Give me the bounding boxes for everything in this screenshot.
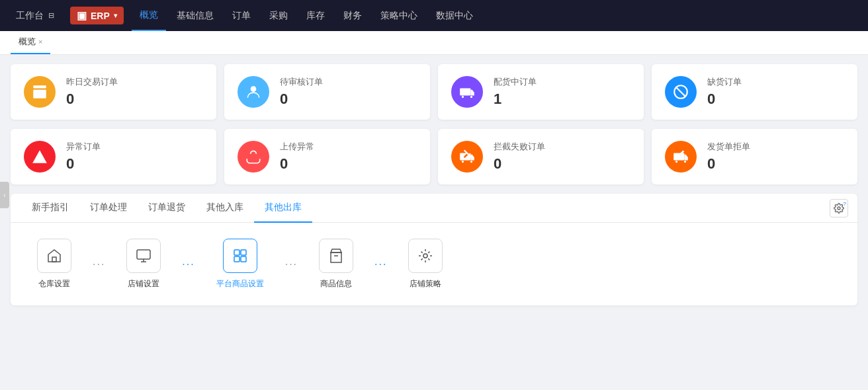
stat-info-intercept: 拦截失败订单 0 <box>494 141 545 173</box>
main-content: 昨日交易订单 0 待审核订单 0 配货中订单 1 <box>0 55 868 390</box>
svg-rect-22 <box>137 250 150 259</box>
svg-point-5 <box>462 96 464 98</box>
subtab-label-guide: 新手指引 <box>32 202 69 212</box>
stat-info-rejected: 发货单拒单 0 <box>707 141 750 173</box>
shortcut-icon-strategy <box>408 239 443 273</box>
subtab-order-process[interactable]: 订单处理 <box>79 194 138 223</box>
nav-item-orders[interactable]: 订单 <box>224 0 259 31</box>
svg-rect-21 <box>52 257 56 262</box>
stat-label-out-of-stock: 缺货订单 <box>707 76 742 88</box>
stat-value-shipping: 1 <box>494 91 537 108</box>
svg-point-3 <box>251 86 257 92</box>
stat-label-yesterday: 昨日交易订单 <box>66 76 118 88</box>
svg-rect-26 <box>241 256 246 262</box>
nav-label-base-info: 基础信息 <box>177 10 214 22</box>
shortcut-product-info[interactable]: 商品信息 <box>319 239 353 290</box>
stat-icon-yesterday <box>24 76 56 108</box>
nav-label-finance: 财务 <box>343 10 362 22</box>
shortcut-dots-4[interactable]: ··· <box>374 258 387 270</box>
erp-brand[interactable]: ▣ ERP ▾ <box>70 7 124 24</box>
sidebar-collapse-handle[interactable]: ‹ <box>0 182 9 208</box>
nav-label-data: 数据中心 <box>436 10 473 22</box>
subtab-guide[interactable]: 新手指引 <box>21 194 79 223</box>
stat-card-pending-review[interactable]: 待审核订单 0 <box>224 64 430 120</box>
shortcut-label-store: 店铺设置 <box>128 278 159 290</box>
stat-icon-pending <box>238 76 269 108</box>
subtab-order-return[interactable]: 订单退货 <box>138 194 196 223</box>
svg-point-27 <box>423 254 427 258</box>
subtab-label-order-process: 订单处理 <box>90 202 127 212</box>
tab-label: 概览 <box>19 36 36 48</box>
erp-dropdown-icon: ▾ <box>114 12 117 19</box>
workbench-icon: ⊟ <box>48 11 54 20</box>
shortcut-label-product: 商品信息 <box>320 278 352 290</box>
svg-rect-4 <box>460 89 470 96</box>
stat-info-shipping: 配货中订单 1 <box>494 76 537 108</box>
shortcut-dots-2[interactable]: ··· <box>182 258 195 270</box>
tab-overview[interactable]: 概览 × <box>11 36 50 54</box>
stat-card-abnormal[interactable]: 异常订单 0 <box>11 129 216 184</box>
shortcut-dots-3[interactable]: ··· <box>285 258 298 270</box>
subtab-other-out[interactable]: 其他出库 <box>254 194 312 223</box>
svg-rect-24 <box>241 250 246 255</box>
svg-rect-2 <box>36 92 39 93</box>
stat-label-shipping: 配货中订单 <box>494 76 537 88</box>
stat-info-out-of-stock: 缺货订单 0 <box>707 76 742 108</box>
stat-label-intercept: 拦截失败订单 <box>494 141 545 153</box>
nav-item-finance[interactable]: 财务 <box>335 0 370 31</box>
svg-point-6 <box>470 96 472 98</box>
svg-rect-9 <box>39 155 40 159</box>
stat-card-rejected[interactable]: 发货单拒单 0 <box>652 129 857 184</box>
shortcut-label-platform: 平台商品设置 <box>216 278 264 290</box>
stat-card-intercept-fail[interactable]: 拦截失败订单 0 <box>438 129 644 184</box>
workbench-label: 工作台 <box>16 10 44 22</box>
shortcut-label-warehouse: 仓库设置 <box>38 278 70 290</box>
shortcut-dots-1[interactable]: ··· <box>93 258 105 270</box>
stat-card-shipping[interactable]: 配货中订单 1 <box>438 64 644 120</box>
stat-card-upload-error[interactable]: 上传异常 0 <box>224 129 430 184</box>
tabbar: 概览 × <box>0 31 868 55</box>
stat-info-pending: 待审核订单 0 <box>280 76 323 108</box>
nav-item-strategy[interactable]: 策略中心 <box>372 0 425 31</box>
svg-point-12 <box>462 161 464 163</box>
subtab-settings-question: ? <box>844 201 846 207</box>
nav-item-purchase[interactable]: 采购 <box>261 0 296 31</box>
stats-grid-row1: 昨日交易订单 0 待审核订单 0 配货中订单 1 <box>11 64 857 120</box>
shortcut-icon-platform <box>223 239 257 273</box>
stat-value-yesterday: 0 <box>66 91 118 108</box>
shortcut-icon-product <box>319 239 353 273</box>
nav-label-strategy: 策略中心 <box>380 10 417 22</box>
stat-icon-intercept <box>451 141 483 173</box>
stat-card-yesterday-orders[interactable]: 昨日交易订单 0 <box>11 64 216 120</box>
nav-label-purchase: 采购 <box>269 10 288 22</box>
shortcut-store-settings[interactable]: 店铺设置 <box>126 239 161 290</box>
shortcut-icon-store <box>126 239 161 273</box>
stat-value-rejected: 0 <box>707 155 750 173</box>
stats-grid-row2: 异常订单 0 上传异常 0 拦截失败订单 0 <box>11 129 857 184</box>
shortcut-store-strategy[interactable]: 店铺策略 <box>408 239 443 290</box>
erp-logo-icon: ▣ <box>77 9 87 22</box>
nav-item-inventory[interactable]: 库存 <box>298 0 333 31</box>
shortcut-icon-warehouse <box>37 239 71 273</box>
shortcuts-container: 仓库设置 ··· 店铺设置 ··· <box>11 223 857 305</box>
shortcut-platform-product[interactable]: 平台商品设置 <box>216 239 264 290</box>
nav-item-base-info[interactable]: 基础信息 <box>169 0 222 31</box>
workbench-nav-item[interactable]: 工作台 ⊟ <box>8 0 62 31</box>
stat-value-upload-error: 0 <box>280 155 314 173</box>
svg-rect-10 <box>39 159 40 161</box>
nav-item-data[interactable]: 数据中心 <box>428 0 481 31</box>
stat-card-out-of-stock[interactable]: 缺货订单 0 <box>652 64 857 120</box>
subtab-other-in[interactable]: 其他入库 <box>196 194 254 223</box>
stat-icon-rejected <box>665 141 697 173</box>
stat-icon-upload-error <box>238 141 269 173</box>
tab-close-icon[interactable]: × <box>38 38 42 46</box>
stat-value-pending: 0 <box>280 91 323 108</box>
svg-line-8 <box>675 87 685 97</box>
stat-icon-out-of-stock <box>665 76 697 108</box>
stat-info-abnormal: 异常订单 0 <box>66 141 101 173</box>
nav-item-overview[interactable]: 概览 <box>132 0 166 31</box>
subtab-label-other-out: 其他出库 <box>265 202 302 212</box>
stat-value-out-of-stock: 0 <box>707 91 742 108</box>
subtab-settings-button[interactable]: ? <box>830 199 848 217</box>
shortcut-warehouse-settings[interactable]: 仓库设置 <box>37 239 71 290</box>
